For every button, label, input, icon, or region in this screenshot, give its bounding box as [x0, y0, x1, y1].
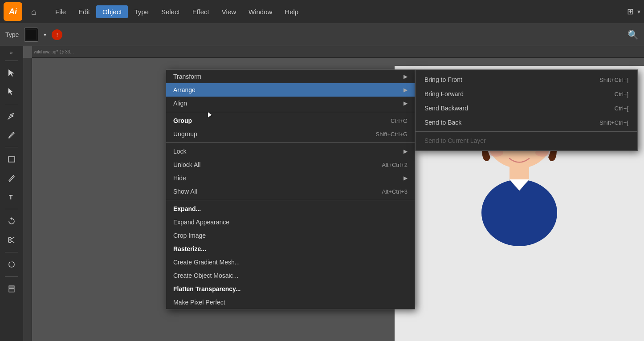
menu-item-label-arrange: Arrange — [173, 86, 400, 93]
brush-tool[interactable] — [3, 126, 20, 143]
menu-item-label-make_pixel_perfect: Make Pixel Perfect — [173, 299, 408, 306]
menu-item-shortcut-ungroup: Shift+Ctrl+G — [375, 131, 408, 138]
arrange-item-send_to_back[interactable]: Send to BackShift+Ctrl+[ — [416, 115, 637, 130]
menu-item-crop_image[interactable]: Crop Image — [166, 229, 415, 242]
menu-item-create_object_mosaic[interactable]: Create Object Mosaic... — [166, 269, 415, 282]
arrange-item-shortcut-bring_forward: Ctrl+] — [615, 91, 628, 97]
menu-bar: Ai ⌂ File Edit Object Type Select Effect… — [0, 0, 644, 23]
menu-item-rasterize[interactable]: Rasterize... — [166, 242, 415, 256]
canvas-area: wikihow.jpg* @ 33... — [23, 46, 644, 341]
menu-item-label-expand_appearance: Expand Appearance — [173, 219, 408, 226]
menu-item-arrow-transform: ▶ — [404, 73, 408, 80]
color-dropdown-arrow[interactable]: ▾ — [44, 32, 46, 38]
svg-point-8 — [8, 240, 11, 243]
ruler-horizontal: wikihow.jpg* @ 33... — [32, 46, 644, 58]
type-label: Type — [5, 31, 19, 38]
menu-divider — [166, 142, 415, 143]
lasso-tool[interactable] — [3, 256, 20, 273]
tool-separator-1 — [5, 61, 18, 61]
svg-rect-4 — [8, 157, 15, 162]
menu-object[interactable]: Object — [96, 5, 128, 18]
menu-item-unlock_all[interactable]: Unlock AllAlt+Ctrl+2 — [166, 158, 415, 171]
arrange-item-send_backward[interactable]: Send BackwardCtrl+[ — [416, 101, 637, 115]
menu-item-label-lock: Lock — [173, 148, 400, 155]
object-menu: Transform▶Arrange▶Align▶GroupCtrl+GUngro… — [166, 69, 415, 309]
direct-selection-tool[interactable] — [3, 83, 20, 100]
rectangle-tool[interactable] — [3, 151, 20, 168]
menu-item-shortcut-group: Ctrl+G — [391, 118, 408, 124]
menu-item-align[interactable]: Align▶ — [166, 97, 415, 110]
arrange-divider — [416, 131, 637, 132]
menu-item-expand_appearance[interactable]: Expand Appearance — [166, 215, 415, 229]
selection-tool[interactable] — [3, 65, 20, 81]
svg-rect-12 — [9, 286, 14, 288]
left-toolbar: » T — [0, 46, 23, 341]
menu-effect[interactable]: Effect — [186, 5, 216, 18]
scissors-tool[interactable] — [3, 231, 20, 248]
tool-separator-2 — [5, 104, 18, 104]
menu-help[interactable]: Help — [278, 5, 305, 18]
arrange-item-label-bring_forward: Bring Forward — [424, 90, 615, 97]
menu-item-ungroup[interactable]: UngroupShift+Ctrl+G — [166, 127, 415, 141]
tool-separator-5 — [5, 252, 18, 252]
panel-toggle-icon[interactable]: » — [10, 50, 12, 55]
menu-item-transform[interactable]: Transform▶ — [166, 70, 415, 83]
rotate-tool[interactable] — [3, 213, 20, 230]
app-logo: Ai — [4, 2, 22, 21]
menu-file[interactable]: File — [49, 5, 72, 18]
menu-item-label-crop_image: Crop Image — [173, 232, 408, 239]
workspace-dropdown[interactable]: ▾ — [637, 8, 640, 15]
color-box — [26, 30, 36, 40]
menu-select[interactable]: Select — [155, 5, 186, 18]
type-tool[interactable]: T — [3, 188, 20, 205]
color-swatch[interactable] — [24, 28, 38, 42]
home-button[interactable]: ⌂ — [26, 4, 42, 20]
menu-item-arrow-lock: ▶ — [404, 148, 408, 154]
menu-right: ⊞ ▾ — [627, 7, 640, 16]
menu-type[interactable]: Type — [128, 5, 155, 18]
main-layout: » T — [0, 46, 644, 341]
svg-point-3 — [12, 115, 13, 117]
menu-item-expand[interactable]: Expand... — [166, 202, 415, 215]
pencil-tool[interactable] — [3, 170, 20, 187]
menu-item-make_pixel_perfect[interactable]: Make Pixel Perfect — [166, 296, 415, 309]
tool-separator-6 — [5, 276, 18, 277]
menu-divider — [166, 112, 415, 112]
menu-item-hide[interactable]: Hide▶ — [166, 171, 415, 185]
arrange-item-send_to_current_layer: Send to Current Layer — [416, 134, 637, 148]
workspace-grid-icon[interactable]: ⊞ — [627, 7, 634, 16]
menu-item-arrange[interactable]: Arrange▶ — [166, 83, 415, 97]
menu-item-shortcut-show_all: Alt+Ctrl+3 — [382, 188, 408, 195]
menu-item-show_all[interactable]: Show AllAlt+Ctrl+3 — [166, 185, 415, 198]
svg-point-7 — [8, 237, 11, 240]
menu-item-create_gradient_mesh[interactable]: Create Gradient Mesh... — [166, 256, 415, 269]
menu-item-label-group: Group — [173, 117, 383, 124]
arrange-item-bring_to_front[interactable]: Bring to FrontShift+Ctrl+] — [416, 73, 637, 87]
svg-marker-6 — [10, 217, 12, 220]
search-icon[interactable]: 🔍 — [628, 29, 639, 40]
tool-separator-4 — [5, 209, 18, 209]
menu-edit[interactable]: Edit — [72, 5, 96, 18]
pen-tool[interactable] — [3, 108, 20, 125]
menu-item-label-unlock_all: Unlock All — [173, 161, 375, 168]
arrange-submenu: Bring to FrontShift+Ctrl+]Bring ForwardC… — [415, 69, 638, 151]
menu-view[interactable]: View — [216, 5, 242, 18]
menu-item-arrow-align: ▶ — [404, 100, 408, 106]
menu-item-label-expand: Expand... — [173, 205, 408, 212]
svg-text:T: T — [9, 194, 13, 201]
menu-divider — [166, 200, 415, 200]
menu-item-label-create_object_mosaic: Create Object Mosaic... — [173, 272, 408, 279]
menu-item-arrow-arrange: ▶ — [404, 87, 408, 93]
menu-item-flatten_transparency[interactable]: Flatten Transparency... — [166, 282, 415, 296]
arrange-item-label-bring_to_front: Bring to Front — [424, 76, 599, 83]
menu-item-shortcut-unlock_all: Alt+Ctrl+2 — [382, 162, 408, 168]
menu-item-group[interactable]: GroupCtrl+G — [166, 114, 415, 127]
toolbar-row: Type ▾ ! 🔍 — [0, 23, 644, 46]
menu-item-lock[interactable]: Lock▶ — [166, 145, 415, 158]
svg-rect-11 — [9, 289, 14, 292]
arrange-item-label-send_to_current_layer: Send to Current Layer — [424, 137, 628, 144]
bottom-tool[interactable] — [3, 280, 20, 297]
arrange-item-shortcut-send_backward: Ctrl+[ — [615, 105, 628, 112]
menu-window[interactable]: Window — [242, 5, 278, 18]
arrange-item-bring_forward[interactable]: Bring ForwardCtrl+] — [416, 87, 637, 101]
